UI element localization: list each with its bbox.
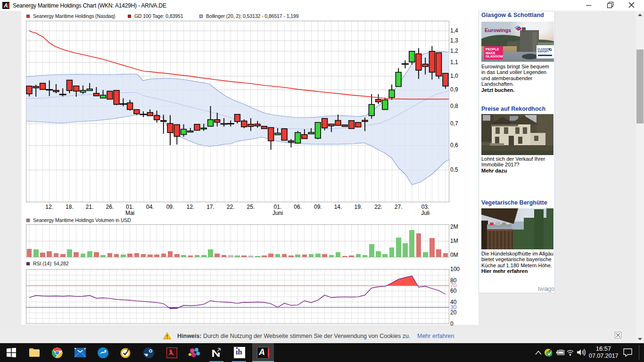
svg-text:!: !: [166, 334, 168, 339]
